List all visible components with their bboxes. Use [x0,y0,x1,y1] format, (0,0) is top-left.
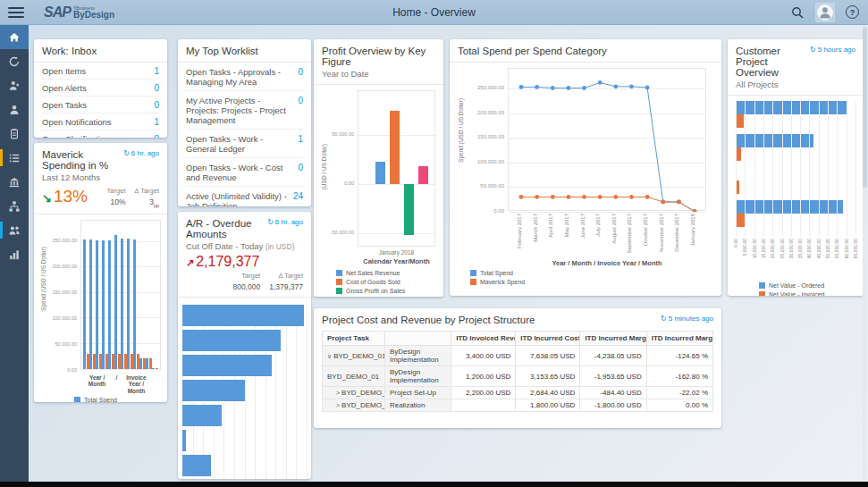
point-total-spend[interactable] [582,86,586,90]
card-title[interactable]: Project Cost and Revenue by Project Stru… [322,315,535,325]
overdue-bar[interactable] [182,430,186,451]
point-maverick-spend[interactable] [613,195,618,199]
column-header[interactable]: ITD Incurred Margin ● [580,332,646,346]
list-item[interactable]: My Active Projects - Projects: Projects … [186,91,303,130]
sidebar-item-user-settings[interactable] [0,73,29,97]
sidebar-item-org-chart[interactable] [0,194,29,218]
card-title[interactable]: Maverick Spending in % [42,149,123,171]
bar-total-spend[interactable] [114,235,117,369]
bar-net-value-invoiced[interactable] [736,114,744,128]
point-total-spend[interactable] [519,85,524,89]
list-item[interactable]: Open Items1 [42,63,159,80]
overdue-bar[interactable] [182,380,245,401]
card-title[interactable]: My Top Worklist [178,46,311,63]
sidebar-item-business-partner[interactable] [0,97,29,122]
list-item[interactable]: Open Tasks0 [42,97,159,113]
point-maverick-spend[interactable] [598,195,603,199]
overdue-bar[interactable] [182,305,304,326]
sidebar-item-home[interactable] [0,25,29,49]
column-header[interactable]: ITD Incurred Margin % ● [646,332,712,346]
bar-total-spend[interactable] [139,358,142,368]
table-row[interactable]: >BYD_DEMO_01_1000Project Set-Up2,200.00 … [323,387,713,399]
list-item[interactable]: Open Clarifications0 [42,130,159,138]
column-header[interactable]: ITD Invoiced Revenue ● [451,332,516,346]
sidebar-item-people[interactable] [0,218,29,242]
project-task-id-cell[interactable]: BYD_DEMO_01 [323,366,385,387]
bar-net-value-ordered[interactable] [736,134,813,147]
refresh-badge[interactable]: ↻ 5 minutes ago [661,315,713,323]
point-maverick-spend[interactable] [519,195,524,199]
list-item[interactable]: Open Tasks - Approvals - Managing My Are… [186,63,303,91]
table-row[interactable]: ∨BYD_DEMO_01ByDesign Implementation3,400… [323,346,713,366]
project-task-id-cell[interactable]: ∨BYD_DEMO_01 [323,346,385,366]
point-maverick-spend[interactable] [661,200,665,205]
overdue-bar[interactable] [182,405,222,426]
refresh-badge[interactable]: ↻ 5 hours ago [810,46,855,54]
menu-icon[interactable] [8,7,24,18]
bar-total-spend[interactable] [152,368,155,369]
bar-net-value-ordered[interactable] [736,200,843,214]
overdue-bar[interactable] [182,355,272,376]
bar-total-spend[interactable] [96,240,98,369]
scrollbar[interactable] [863,27,867,480]
bar-total-spend[interactable] [121,239,123,368]
point-total-spend[interactable] [598,80,603,85]
sidebar-item-clipboard[interactable] [0,122,29,146]
point-total-spend[interactable] [629,84,634,88]
bar-total-spend[interactable] [146,358,148,368]
card-title[interactable]: A/R - Overdue Amounts [186,218,267,239]
overdue-bar[interactable] [182,455,211,476]
chevron-collapsed-icon[interactable]: > [336,390,340,396]
card-title[interactable]: Customer Project Overview [736,46,810,78]
bar-total-spend[interactable] [133,239,136,368]
sidebar-item-worklist[interactable] [0,146,29,170]
card-title[interactable]: Total Spend per Spend Category [458,46,607,56]
point-total-spend[interactable] [645,86,650,90]
list-item[interactable]: Open Alerts0 [42,80,159,97]
bar-income-from-operations[interactable] [418,166,428,184]
point-maverick-spend[interactable] [645,195,650,199]
refresh-badge[interactable]: ↻ 6 hr. ago [267,218,303,226]
project-task-id-cell[interactable]: >BYD_DEMO_01_1000 [323,387,385,399]
user-avatar[interactable] [815,3,835,22]
point-maverick-spend[interactable] [551,195,555,199]
point-maverick-spend[interactable] [535,195,539,199]
table-row[interactable]: >BYD_DEMO_01_3000Realization1,800.00 USD… [323,399,713,412]
column-header[interactable]: ITD Incurred Cost ● [516,332,580,346]
point-total-spend[interactable] [613,84,618,88]
sidebar-item-company[interactable] [0,170,29,194]
point-total-spend[interactable] [551,86,555,90]
table-row[interactable]: BYD_DEMO_01ByDesign Implementation1,200.… [323,366,713,387]
scrollbar-thumb[interactable] [863,27,867,188]
list-item[interactable]: Active (Unlimited Validity) - Job Defini… [186,187,303,206]
chevron-collapsed-icon[interactable]: > [336,402,340,408]
bar-total-spend[interactable] [102,240,105,369]
sidebar-item-analytics[interactable] [0,242,29,266]
list-item[interactable]: Open Notifications1 [42,113,159,130]
project-task-id-cell[interactable]: >BYD_DEMO_01_3000 [323,399,385,412]
bar-total-spend[interactable] [89,239,92,369]
point-total-spend[interactable] [567,86,571,90]
sidebar-item-history[interactable] [0,49,29,73]
point-maverick-spend[interactable] [582,195,586,199]
refresh-badge[interactable]: ↻ 6 hr. ago [123,149,159,157]
list-item[interactable]: Open Tasks - Work - General Ledger1 [186,130,303,158]
point-maverick-spend[interactable] [629,195,634,199]
bar-cost-of-goods-sold[interactable] [390,111,400,184]
card-title[interactable]: Profit Overview by Key Figure [322,46,435,67]
bar-net-sales-revenue[interactable] [375,162,385,184]
chevron-expanded-icon[interactable]: ∨ [327,353,332,359]
column-header[interactable] [384,332,451,346]
search-icon[interactable] [790,5,805,20]
bar-total-spend[interactable] [108,240,111,369]
card-title[interactable]: Work: Inbox [34,46,167,63]
help-icon[interactable]: ? [846,5,859,19]
column-header-project-task[interactable]: Project Task [323,332,385,346]
bar-gross-profit-on-sales[interactable] [404,184,414,235]
bar-net-value-invoiced[interactable] [736,214,746,227]
list-item[interactable]: Open Tasks - Work - Cost and Revenue0 [186,158,303,187]
overdue-bar[interactable] [182,330,281,351]
point-maverick-spend[interactable] [677,200,681,205]
bar-total-spend[interactable] [127,239,130,368]
bar-total-spend[interactable] [83,239,86,369]
